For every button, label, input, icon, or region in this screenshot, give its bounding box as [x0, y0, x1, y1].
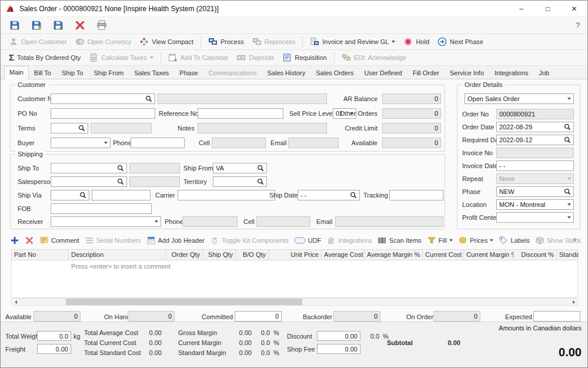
stock-expected-field[interactable] [533, 311, 580, 322]
column-header-description[interactable]: Description [69, 250, 166, 260]
column-header-current-margin[interactable]: Current Margin % [464, 250, 514, 260]
location-select[interactable]: MON - Montreal [496, 199, 574, 210]
invoice-dropdown-caret-icon[interactable] [392, 41, 395, 43]
search-icon[interactable] [78, 125, 85, 132]
comment-button[interactable]: Comment [39, 236, 79, 245]
insert-comment-hint[interactable]: Press <enter> to insert a comment [71, 263, 171, 270]
scan-items-button[interactable]: Scan Items [377, 236, 422, 245]
column-header-standard[interactable]: Standa [557, 250, 579, 260]
tab-bill-to[interactable]: Bill To [29, 66, 56, 79]
order-date-field[interactable]: 2022-08-29 [496, 122, 574, 132]
tab-sales-taxes[interactable]: Sales Taxes [129, 66, 174, 79]
required-date-field[interactable]: 2022-09-12 [496, 135, 574, 145]
save-close-button[interactable] [27, 18, 46, 33]
total-weight-field[interactable]: 0.0 [37, 331, 71, 341]
territory-field[interactable] [213, 176, 267, 187]
customer-no-field[interactable] [51, 93, 155, 104]
column-header-discount[interactable]: Discount % [514, 250, 557, 260]
help-button[interactable]: ? [576, 21, 580, 29]
ship-via-description-field[interactable] [92, 190, 151, 200]
search-icon[interactable] [117, 165, 124, 172]
next-phase-button[interactable]: Next Phase [434, 35, 487, 48]
tab-main[interactable]: Main [4, 66, 29, 79]
search-icon[interactable] [117, 178, 124, 185]
profit-center-select[interactable] [496, 212, 574, 223]
items-grid-body[interactable]: Press <enter> to insert a comment [11, 260, 578, 298]
terms-field[interactable] [51, 123, 88, 133]
column-header-ship-qty[interactable]: Ship Qty [203, 250, 236, 260]
grid-horizontal-scrollbar[interactable] [11, 298, 578, 306]
tab-ship-to[interactable]: Ship To [56, 66, 89, 79]
po-no-field[interactable] [51, 108, 155, 119]
column-header-average-cost[interactable]: Average Cost [322, 250, 365, 260]
column-header-current-cost[interactable]: Current Cost [423, 250, 464, 260]
udf-button[interactable]: UDF [294, 237, 322, 244]
tab-service-info[interactable]: Service Info [445, 66, 489, 79]
tab-user-defined[interactable]: User Defined [359, 66, 407, 79]
column-header-bo-qty[interactable]: B/O Qty [236, 250, 269, 260]
view-compact-button[interactable]: View Compact [136, 35, 197, 48]
scroll-right-button[interactable] [570, 299, 577, 305]
close-button[interactable]: ✕ [561, 1, 587, 16]
prices-button[interactable]: Prices [458, 236, 494, 245]
save-button[interactable] [5, 18, 24, 33]
ship-from-field[interactable]: VA [213, 163, 267, 173]
stock-committed-field[interactable]: 0 [235, 311, 282, 322]
column-header-average-margin[interactable]: Average Margin % [365, 250, 423, 260]
tab-ship-from[interactable]: Ship From [89, 66, 129, 79]
search-icon[interactable] [350, 192, 357, 199]
shop-fee-field[interactable]: 0.00 [317, 344, 360, 354]
phase-field[interactable]: NEW [496, 186, 574, 197]
prices-caret-icon[interactable] [490, 239, 493, 242]
search-icon[interactable] [564, 123, 571, 131]
search-icon[interactable] [564, 136, 571, 143]
fob-field[interactable] [51, 203, 152, 214]
freight-field[interactable]: 0.00 [37, 344, 71, 354]
print-button[interactable] [92, 18, 111, 33]
discount-field[interactable]: 0.00 [317, 331, 360, 341]
add-line-button[interactable] [10, 236, 19, 245]
customer-phone-field[interactable] [131, 138, 185, 148]
search-icon[interactable] [257, 178, 264, 185]
scroll-left-button[interactable] [12, 299, 19, 305]
tab-phase[interactable]: Phase [174, 66, 203, 79]
maximize-button[interactable]: □ [534, 1, 561, 16]
ship-date-field[interactable]: - - [298, 190, 360, 200]
tab-job[interactable]: Job [534, 66, 555, 79]
delete-order-button[interactable] [71, 18, 89, 33]
column-header-part-no[interactable]: Part No [12, 250, 69, 260]
ship-via-field[interactable] [51, 190, 89, 200]
add-job-header-button[interactable]: Add Job Header [146, 236, 205, 245]
search-icon[interactable] [564, 188, 571, 195]
requisition-button[interactable]: Requisition [279, 51, 330, 64]
ship-to-field[interactable] [51, 163, 127, 173]
tab-sales-history[interactable]: Sales History [262, 66, 310, 79]
fill-button[interactable]: Fill [427, 236, 453, 245]
fill-caret-icon[interactable] [449, 239, 453, 242]
carrier-field[interactable] [178, 190, 275, 200]
hold-button[interactable]: Hold [400, 35, 433, 48]
labels-button[interactable]: Labels [499, 236, 529, 245]
process-button[interactable]: Process [205, 35, 248, 48]
delete-line-button[interactable] [25, 236, 34, 245]
search-icon[interactable] [145, 95, 152, 102]
invoice-date-field[interactable]: - - [496, 160, 574, 171]
reference-no-field[interactable] [198, 108, 283, 119]
invoice-review-gl-button[interactable]: Invoice and Review GL [306, 35, 399, 48]
toolbar-overflow-button[interactable]: » [573, 235, 577, 243]
search-icon[interactable] [79, 192, 86, 199]
tracking-field[interactable] [389, 190, 443, 200]
receiver-select[interactable] [51, 216, 161, 227]
tab-fill-order[interactable]: Fill Order [407, 66, 445, 79]
buyer-select[interactable] [51, 138, 111, 148]
column-header-order-qty[interactable]: Order Qty [166, 250, 203, 260]
totals-by-ordered-qty-button[interactable]: Σ Totals By Ordered Qty [5, 51, 84, 64]
search-icon[interactable] [257, 165, 264, 172]
salesperson-field[interactable] [51, 176, 127, 187]
order-status-select[interactable]: Open Sales Order [465, 93, 574, 104]
column-header-unit-price[interactable]: Unit Price [269, 250, 322, 260]
minimize-button[interactable]: – [508, 1, 534, 16]
tab-integrations[interactable]: Integrations [489, 66, 533, 79]
save-new-button[interactable] [49, 18, 68, 33]
tab-sales-orders[interactable]: Sales Orders [310, 66, 359, 79]
